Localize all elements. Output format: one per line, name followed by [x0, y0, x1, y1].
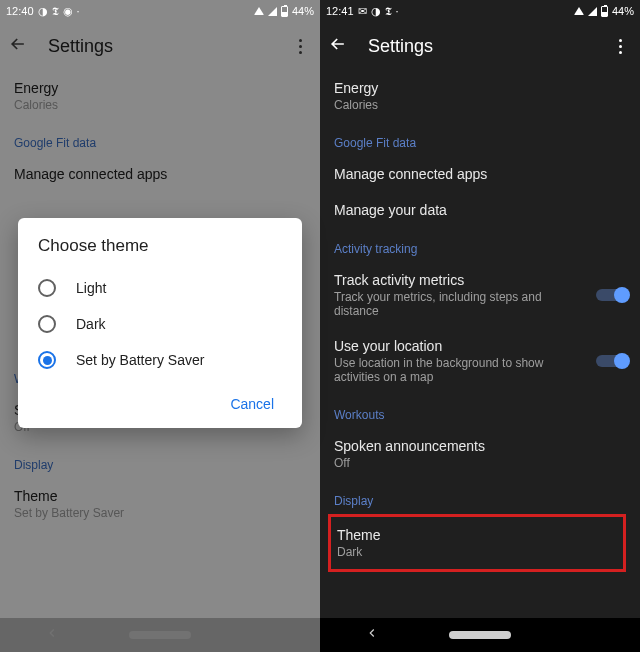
clock: 12:41 [326, 5, 354, 17]
settings-content: Energy Calories Google Fit data Manage c… [320, 70, 640, 618]
page-title: Settings [368, 36, 433, 57]
mail-icon: ✉ [358, 5, 367, 18]
track-activity-switch[interactable] [596, 286, 630, 304]
radio-icon [38, 315, 56, 333]
signal-icon [268, 7, 277, 16]
back-button[interactable] [328, 34, 348, 58]
option-label: Light [76, 280, 106, 296]
dot-icon: · [77, 5, 80, 17]
app-bar: Settings [320, 22, 640, 70]
theme-sub: Dark [337, 545, 563, 559]
theme-row[interactable]: Theme Dark [328, 514, 626, 572]
battery-percent: 44% [612, 5, 634, 17]
nyt-icon: 𝕿 [385, 5, 392, 18]
signal-icon [588, 7, 597, 16]
choose-theme-dialog: Choose theme Light Dark Set by Battery S… [18, 218, 302, 428]
section-activity: Activity tracking [334, 228, 626, 262]
radio-icon [38, 279, 56, 297]
option-label: Dark [76, 316, 106, 332]
battery-icon [281, 6, 288, 17]
battery-icon [601, 6, 608, 17]
battery-percent: 44% [292, 5, 314, 17]
cloud-icon: ◑ [38, 5, 48, 18]
theme-option-dark[interactable]: Dark [38, 306, 282, 342]
section-display: Display [334, 480, 626, 514]
energy-sub: Calories [334, 98, 626, 112]
cloud-icon: ◑ [371, 5, 381, 18]
theme-option-battery-saver[interactable]: Set by Battery Saver [38, 342, 282, 378]
phone-left: 12:40 ◑ 𝕿 ◉ · 44% Settings Energy Calori… [0, 0, 320, 652]
overflow-menu[interactable] [608, 39, 632, 54]
navigation-bar [320, 618, 640, 652]
nav-home-pill[interactable] [449, 631, 511, 639]
cancel-button[interactable]: Cancel [222, 390, 282, 418]
theme-label: Theme [337, 527, 563, 543]
theme-option-light[interactable]: Light [38, 270, 282, 306]
status-bar: 12:40 ◑ 𝕿 ◉ · 44% [0, 0, 320, 22]
track-sub: Track your metrics, including steps and … [334, 290, 582, 318]
status-bar: 12:41 ✉ ◑ 𝕿 · 44% [320, 0, 640, 22]
spoken-sub: Off [334, 456, 626, 470]
dialog-title: Choose theme [38, 236, 282, 256]
location-sub: Use location in the background to show a… [334, 356, 582, 384]
track-label: Track activity metrics [334, 272, 582, 288]
use-location-switch[interactable] [596, 352, 630, 370]
energy-label: Energy [334, 80, 626, 96]
manage-data-item[interactable]: Manage your data [334, 192, 626, 228]
dot-icon: · [396, 5, 399, 17]
manage-apps-item[interactable]: Manage connected apps [334, 156, 626, 192]
spoken-row[interactable]: Spoken announcements Off [334, 428, 626, 480]
energy-row[interactable]: Energy Calories [334, 70, 626, 122]
phone-right: 12:41 ✉ ◑ 𝕿 · 44% Settings Energy Calori… [320, 0, 640, 652]
wifi-icon [254, 7, 264, 15]
section-google-fit: Google Fit data [334, 122, 626, 156]
nav-back-button[interactable] [365, 626, 379, 644]
spoken-label: Spoken announcements [334, 438, 626, 454]
clock: 12:40 [6, 5, 34, 17]
section-workouts: Workouts [334, 394, 626, 428]
nyt-icon: 𝕿 [52, 5, 59, 18]
chrome-icon: ◉ [63, 5, 73, 18]
wifi-icon [574, 7, 584, 15]
option-label: Set by Battery Saver [76, 352, 204, 368]
location-label: Use your location [334, 338, 582, 354]
use-location-row[interactable]: Use your location Use location in the ba… [334, 328, 626, 394]
track-activity-row[interactable]: Track activity metrics Track your metric… [334, 262, 626, 328]
radio-icon-selected [38, 351, 56, 369]
